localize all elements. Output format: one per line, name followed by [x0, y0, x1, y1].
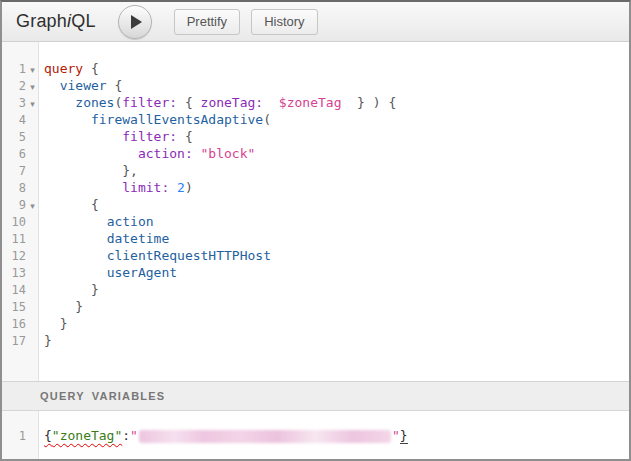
- code-token: {: [107, 78, 123, 93]
- line-number: 12: [2, 248, 26, 265]
- line-number: 17: [2, 333, 26, 350]
- code-token: [44, 95, 75, 110]
- code-token: [44, 197, 91, 212]
- play-icon: [131, 15, 142, 29]
- code-token: limit:: [122, 180, 169, 195]
- code-token: [44, 129, 122, 144]
- code-line-content: }: [39, 332, 52, 349]
- code-line-content: },: [39, 162, 138, 179]
- code-line[interactable]: 11 datetime: [2, 230, 629, 247]
- line-number: 5: [2, 129, 26, 146]
- code-line-content: action: "block": [39, 145, 255, 162]
- code-token: [44, 180, 122, 195]
- query-editor[interactable]: 1▾query {2▾ viewer {3▾ zones(filter: { z…: [2, 42, 629, 381]
- execute-button[interactable]: [118, 5, 152, 39]
- code-token: }: [400, 428, 408, 444]
- code-token: {: [91, 197, 99, 212]
- code-line-content: firewallEventsAdaptive(: [39, 111, 271, 128]
- code-line[interactable]: 4 firewallEventsAdaptive(: [2, 111, 629, 128]
- fold-arrow-icon[interactable]: ▾: [26, 79, 39, 96]
- code-line-content: userAgent: [39, 264, 177, 281]
- code-line[interactable]: 3▾ zones(filter: { zoneTag: $zoneTag } )…: [2, 94, 629, 111]
- query-variables-title: QUERY VARIABLES: [40, 390, 165, 402]
- code-token: } ) {: [341, 95, 396, 110]
- code-token: "block": [201, 146, 256, 161]
- code-line[interactable]: 5 filter: {: [2, 128, 629, 145]
- code-token: ): [185, 180, 193, 195]
- code-line[interactable]: 12 clientRequestHTTPHost: [2, 247, 629, 264]
- code-token: [44, 316, 60, 331]
- code-line-content: }: [39, 315, 67, 332]
- code-line[interactable]: 13 userAgent: [2, 264, 629, 281]
- code-token: {: [83, 61, 99, 76]
- code-token: [44, 231, 107, 246]
- code-line-content: action: [39, 213, 154, 230]
- code-token: query: [44, 61, 83, 76]
- code-line[interactable]: 17}: [2, 332, 629, 349]
- line-number: 10: [2, 214, 26, 231]
- line-number: 8: [2, 180, 26, 197]
- code-line-content: viewer {: [39, 77, 122, 94]
- code-token: {: [177, 95, 200, 110]
- code-token: userAgent: [107, 265, 177, 280]
- code-token: [263, 95, 279, 110]
- logo-text-suffix: QL: [71, 11, 95, 31]
- code-line[interactable]: 6 action: "block": [2, 145, 629, 162]
- code-line-content: query {: [39, 60, 99, 77]
- code-line-content: }: [39, 281, 99, 298]
- code-token: {: [44, 428, 52, 443]
- code-token: [44, 248, 107, 263]
- code-line[interactable]: 14 }: [2, 281, 629, 298]
- history-button[interactable]: History: [251, 9, 317, 35]
- line-number: 14: [2, 282, 26, 299]
- code-token: {: [177, 129, 193, 144]
- line-number: 7: [2, 163, 26, 180]
- code-line[interactable]: 10 action: [2, 213, 629, 230]
- code-token: [44, 146, 138, 161]
- code-line-content: limit: 2): [39, 179, 193, 196]
- code-line[interactable]: 1▾query {: [2, 60, 629, 77]
- prettify-button[interactable]: Prettify: [174, 9, 240, 35]
- code-token: [193, 146, 201, 161]
- code-line[interactable]: 2▾ viewer {: [2, 77, 629, 94]
- toolbar: GraphiQL Prettify History: [2, 2, 629, 42]
- line-number: 3: [2, 95, 26, 112]
- fold-arrow-icon[interactable]: ▾: [26, 96, 39, 113]
- code-line[interactable]: 16 }: [2, 315, 629, 332]
- code-token: [44, 282, 91, 297]
- variables-editor[interactable]: 1 {"zoneTag":""}: [2, 411, 629, 459]
- variables-code[interactable]: 1 {"zoneTag":""}: [2, 411, 629, 444]
- code-token: },: [122, 163, 138, 178]
- code-line[interactable]: 15 }: [2, 298, 629, 315]
- code-token: clientRequestHTTPHost: [107, 248, 271, 263]
- code-line[interactable]: 7 },: [2, 162, 629, 179]
- code-line-content: datetime: [39, 230, 169, 247]
- app-logo: GraphiQL: [16, 11, 96, 32]
- code-token: [44, 78, 60, 93]
- query-variables-header[interactable]: QUERY VARIABLES: [2, 381, 629, 411]
- code-token: [44, 214, 107, 229]
- code-token: [44, 112, 91, 127]
- code-token: [44, 163, 122, 178]
- line-number: 4: [2, 112, 26, 129]
- code-token: }: [44, 333, 52, 348]
- code-token: [44, 265, 107, 280]
- line-number: 11: [2, 231, 26, 248]
- code-line-content: {: [39, 196, 99, 213]
- line-number: 9: [2, 197, 26, 214]
- code-token: datetime: [107, 231, 170, 246]
- code-line[interactable]: 1 {"zoneTag":""}: [2, 427, 629, 444]
- code-token: ": [130, 428, 138, 443]
- line-number: 1: [2, 428, 26, 445]
- code-token: [44, 299, 75, 314]
- fold-arrow-icon[interactable]: ▾: [26, 198, 39, 215]
- code-token: [169, 180, 177, 195]
- query-code[interactable]: 1▾query {2▾ viewer {3▾ zones(filter: { z…: [2, 42, 629, 349]
- code-token: action: [107, 214, 154, 229]
- logo-text: Graph: [16, 11, 67, 31]
- code-line[interactable]: 9▾ {: [2, 196, 629, 213]
- line-number: 2: [2, 78, 26, 95]
- code-line-content: filter: {: [39, 128, 193, 145]
- fold-arrow-icon[interactable]: ▾: [26, 62, 39, 79]
- code-line[interactable]: 8 limit: 2): [2, 179, 629, 196]
